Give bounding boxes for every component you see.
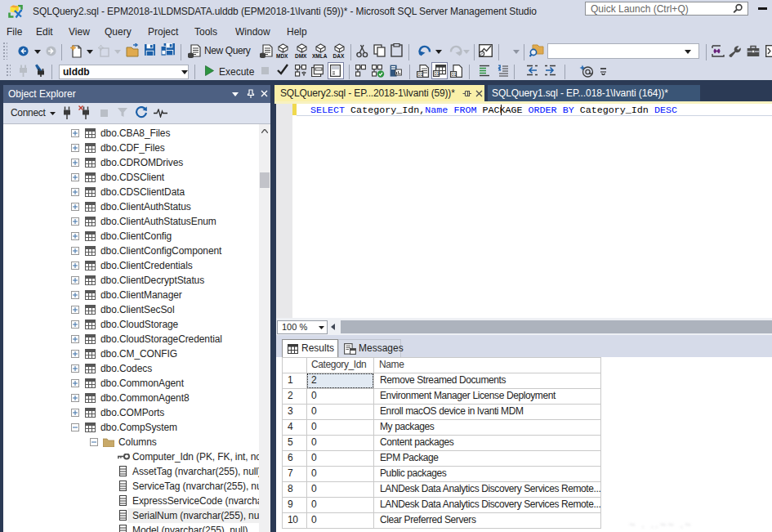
svg-text:01: 01: [435, 71, 440, 76]
svg-text:MDX: MDX: [276, 53, 288, 59]
svg-text:01: 01: [452, 72, 457, 77]
svg-text:XMLA: XMLA: [312, 53, 328, 59]
svg-text:DAX: DAX: [333, 53, 345, 59]
svg-text:DMX: DMX: [295, 53, 307, 59]
svg-text:01: 01: [418, 72, 423, 77]
